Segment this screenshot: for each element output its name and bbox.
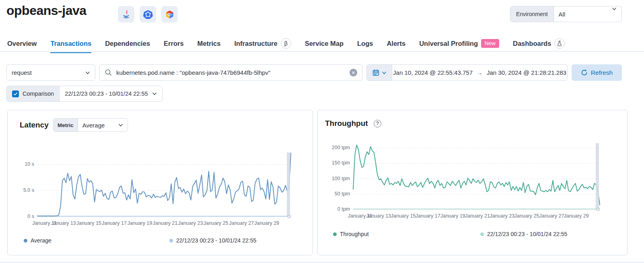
y-axis-label: 0 tpm [337,206,350,212]
service-tabs: Overview Transactions Dependencies Error… [7,36,565,51]
tab-alerts[interactable]: Alerts [387,40,405,48]
tab-errors[interactable]: Errors [164,40,184,48]
chevron-down-icon [85,70,90,75]
comparison-checkbox[interactable] [12,90,19,97]
java-icon [118,6,134,23]
x-axis-label: January 19 [128,220,152,226]
latency-panel: Latency Metric Average 0 s5.0 s10 sJanua… [7,110,313,255]
time-marker-bar[interactable] [287,152,290,217]
tab-logs[interactable]: Logs [357,40,373,48]
legend-dot [480,232,484,236]
comparison-label: Comparison [23,90,54,97]
throughput-plot-area[interactable] [353,143,600,211]
x-axis-label: January 13 [366,213,391,219]
legend-dot [24,239,27,242]
clear-search-icon[interactable]: ✕ [350,69,357,76]
y-axis-label: 10 s [25,161,34,167]
x-axis-label: January 23 [178,220,203,226]
marker-drag-handle[interactable] [597,208,599,211]
latency-chart[interactable]: 0 s5.0 s10 sJanuary 11January 13January … [8,110,313,255]
x-axis-label: January 29 [564,213,589,219]
x-axis-label: January 21 [153,220,178,226]
x-axis-label: January 19 [440,213,465,219]
x-axis-label: January 27 [229,220,254,226]
environment-select-label: Environment [510,6,554,22]
y-axis-label: 200 tpm [332,145,350,150]
x-axis-label: January 23 [490,213,514,219]
refresh-icon [581,69,588,76]
tab-universal-profiling[interactable]: Universal Profiling New [419,39,499,49]
latency-plot-area[interactable] [37,152,291,218]
tab-dependencies[interactable]: Dependencies [105,40,150,48]
x-axis-label: January 17 [102,220,127,226]
new-badge: New [481,39,499,48]
x-axis-label: January 25 [204,220,228,226]
series-line [37,153,291,216]
legend-dot [333,232,337,236]
tab-metrics[interactable]: Metrics [198,40,221,48]
series-line [353,145,600,205]
page-title: opbeans-java [6,3,86,18]
arrow-right-icon: → [477,69,483,76]
tab-service-map[interactable]: Service Map [305,40,344,48]
y-axis-label: 5.0 s [23,187,34,193]
comparison-control: Comparison 22/12/23 00:23 - 10/01/24 22:… [6,86,163,102]
legend-item-average[interactable]: Average [24,237,51,244]
x-axis-label: January 27 [539,213,564,219]
transaction-type-value: request [12,69,32,76]
flask-icon [554,38,565,49]
beta-badge-icon: β [281,38,291,49]
date-end[interactable]: Jan 30, 2024 @ 21:28:21.283 [487,69,566,76]
throughput-panel: Throughput ? 0 tpm50 tpm100 tpm150 tpm20… [317,110,628,255]
tab-overview[interactable]: Overview [7,40,37,48]
environment-select[interactable]: Environment All [510,6,622,22]
transaction-type-select[interactable]: request [6,64,95,81]
refresh-button[interactable]: Refresh [572,64,622,81]
chevron-down-icon [382,70,387,75]
calendar-icon [372,69,379,76]
date-range-picker[interactable]: Jan 10, 2024 @ 22:55:43.757 → Jan 30, 20… [366,64,568,81]
y-axis-label: 50 tpm [335,191,350,197]
tab-transactions[interactable]: Transactions [50,40,91,48]
agent-badges [118,6,178,23]
tab-dashboards[interactable]: Dashboards [513,38,565,49]
search-icon [105,69,112,76]
y-axis-label: 0 s [27,214,34,219]
environment-select-value: All [554,6,612,22]
chevron-down-icon [612,6,617,11]
x-axis-label: January 17 [416,213,440,219]
y-axis-label: 150 tpm [332,160,350,166]
kql-search-bar[interactable]: ✕ [99,64,362,81]
gcp-icon [161,6,178,23]
x-axis-label: January 15 [391,213,416,219]
tab-infrastructure[interactable]: Infrastructure β [234,38,291,49]
comparison-range-select[interactable]: 22/12/23 00:23 - 10/01/24 22:55 [60,86,162,101]
legend-item-latency-comparison[interactable]: 22/12/23 00:23 - 10/01/24 22:55 [169,237,256,244]
comparison-toggle[interactable]: Comparison [7,86,60,101]
y-axis-label: 100 tpm [332,176,350,181]
apm-service-overview-page: opbeans-java [0,0,644,263]
legend-dot [169,239,173,242]
marker-drag-handle[interactable] [288,215,290,218]
date-picker-quick-menu[interactable] [367,65,392,80]
chevron-down-icon [152,91,157,96]
legend-item-throughput-comparison[interactable]: 22/12/23 00:23 - 10/01/24 22:55 [480,231,567,237]
x-axis-label: January 15 [76,220,101,226]
x-axis-label: January 29 [254,220,279,226]
search-input[interactable] [116,69,346,76]
x-axis-label: January 21 [465,213,490,219]
x-axis-label: January 25 [514,213,539,219]
date-range-values: Jan 10, 2024 @ 22:55:43.757 → Jan 30, 20… [392,69,567,76]
time-marker-bar[interactable] [596,143,599,210]
kubernetes-icon [140,6,156,23]
legend-item-throughput[interactable]: Throughput [333,231,369,237]
date-start[interactable]: Jan 10, 2024 @ 22:55:43.757 [393,69,473,76]
x-axis-label: January 13 [51,220,76,226]
